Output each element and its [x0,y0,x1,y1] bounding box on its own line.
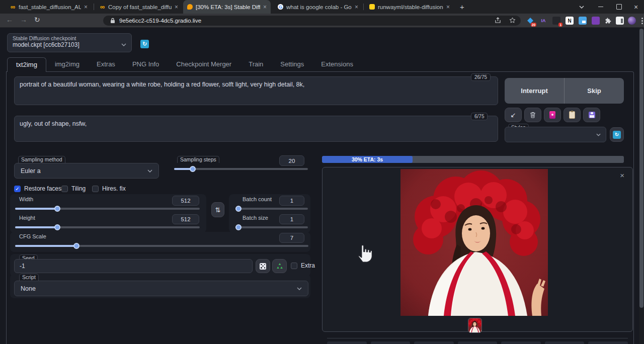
extension-icon-ia[interactable]: IA [539,17,547,25]
tab-train[interactable]: Train [240,57,272,72]
apply-styles-button[interactable] [564,108,581,122]
checkpoint-value: model.ckpt [cc6cb27103] [13,41,121,48]
reuse-seed-button[interactable] [272,259,287,273]
width-slider[interactable] [15,206,200,212]
reload-icon[interactable]: ↻ [34,16,40,24]
gradio-page: Stable Diffusion checkpoint model.ckpt [… [0,28,644,344]
paste-generation-params-button[interactable]: ↙ [505,108,522,122]
close-preview-icon[interactable]: × [620,171,624,179]
tab-search-chevron-icon[interactable] [576,0,588,14]
extension-icon-capture[interactable] [579,17,587,25]
tab-title: Copy of fast_stable_diffusion_A [108,4,172,10]
sidebar-icon[interactable] [616,17,624,25]
styles-dropdown[interactable] [505,127,606,142]
extension-icon-purple[interactable] [592,17,600,25]
output-button-stub[interactable] [414,341,454,344]
window-close-button[interactable]: × [630,0,642,14]
browser-tab-colab-1[interactable]: ∞ fast_stable_diffusion_AUTOMA × [6,0,92,14]
batch-count-slider[interactable] [235,206,308,212]
extra-label: Extra [301,262,315,269]
extension-badge: 1 [558,23,562,27]
cfg-scale-slider[interactable] [15,243,308,249]
progress-text: 30% ETA: 3s [322,156,413,163]
page-scrollbar[interactable] [639,28,644,344]
extension-icon-notion[interactable]: N [566,17,574,25]
height-input[interactable]: 512 [172,214,199,224]
sampling-steps-slider[interactable] [174,166,308,172]
new-tab-button[interactable]: + [460,3,464,11]
extension-icon-dark[interactable]: 1 [552,17,560,25]
output-button-stub[interactable] [501,341,541,344]
bookmark-star-icon[interactable] [509,17,516,25]
scrollbar-thumb[interactable] [639,29,643,308]
browser-tab-stable-diffusion[interactable]: [30% ETA: 3s] Stable Diffusion × [183,0,271,14]
close-icon[interactable]: × [446,4,450,10]
sampling-steps-input[interactable]: 20 [279,155,304,166]
extra-seed-checkbox[interactable]: Extra [291,262,315,269]
close-icon[interactable]: × [84,4,88,10]
output-button-stub[interactable] [588,341,628,344]
skip-button[interactable]: Skip [565,78,624,104]
tab-title: runwayml/stable-diffusion-v1 [378,4,443,10]
negative-prompt-textarea[interactable]: ugly, out of shape, nsfw, [14,116,498,142]
browser-tab-colab-2[interactable]: ∞ Copy of fast_stable_diffusion_A × [96,0,182,14]
prompt-textarea[interactable]: portrait of a beautiful woman, wearing a… [14,76,498,105]
output-button-stub[interactable] [458,341,498,344]
random-seed-button[interactable] [256,259,270,273]
output-button-stub[interactable] [327,341,367,344]
restore-faces-checkbox[interactable]: ✓ Restore faces [14,185,61,192]
hires-fix-checkbox[interactable]: Hires. fix [92,185,126,192]
checkpoint-dropdown[interactable]: Stable Diffusion checkpoint model.ckpt [… [7,33,132,52]
gallery-thumbnail[interactable] [468,318,481,332]
sampling-method-dropdown[interactable]: Euler a [14,163,159,179]
clear-prompt-button[interactable] [524,108,541,122]
swap-dimensions-button[interactable]: ⇅ [211,202,224,217]
window-maximize-button[interactable] [613,0,625,14]
extension-icon-blue[interactable]: 20 [526,17,534,25]
batch-count-input[interactable]: 1 [279,196,304,206]
height-slider[interactable] [15,224,200,230]
browser-window: ∞ fast_stable_diffusion_AUTOMA × ∞ Copy … [0,0,644,344]
negative-token-counter: 6/75 [471,113,488,120]
tiling-label: Tiling [71,185,86,192]
script-label: Script [19,274,39,281]
swap-icon: ⇅ [215,206,221,214]
styles-refresh-button[interactable]: ↻ [610,127,624,142]
save-style-button[interactable] [583,108,600,122]
browser-tab-huggingface[interactable]: runwayml/stable-diffusion-v1 × [365,0,454,14]
forward-icon[interactable]: → [20,16,27,24]
output-button-stub[interactable] [371,341,411,344]
checkpoint-refresh-button[interactable]: ↻ [140,40,149,48]
address-bar[interactable]: 9e5e6cc2-c519-4dc5.gradio.live [103,16,521,26]
browser-tab-google-search[interactable]: G what is google colab - Googl × [274,0,362,14]
generated-image[interactable] [400,169,548,316]
profile-avatar[interactable] [628,17,636,25]
close-icon[interactable]: × [263,4,267,10]
width-input[interactable]: 512 [172,196,199,206]
tab-png-info[interactable]: PNG Info [124,57,168,72]
menu-dots-icon[interactable] [638,17,644,25]
output-button-stub[interactable] [545,341,585,344]
back-icon[interactable]: ← [6,16,13,24]
generate-button-group: Interrupt Skip [505,78,624,104]
tab-extras[interactable]: Extras [88,57,124,72]
cfg-scale-input[interactable]: 7 [279,233,304,243]
tab-extensions[interactable]: Extensions [312,57,362,72]
tab-checkpoint-merger[interactable]: Checkpoint Merger [168,57,240,72]
tiling-checkbox[interactable]: Tiling [61,185,86,192]
share-icon[interactable] [495,17,501,25]
interrupt-button[interactable]: Interrupt [505,78,565,104]
batch-size-input[interactable]: 1 [279,214,304,224]
script-dropdown[interactable]: None [14,281,308,296]
extensions-puzzle-icon[interactable] [604,17,612,25]
tab-txt2img[interactable]: txt2img [7,57,46,72]
lock-icon[interactable] [110,18,115,24]
seed-input[interactable]: -1 [14,259,253,273]
tab-img2img[interactable]: img2img [46,57,88,72]
batch-size-slider[interactable] [235,224,308,230]
extra-networks-button[interactable] [544,108,561,122]
tab-settings[interactable]: Settings [272,57,312,72]
window-minimize-button[interactable] [595,0,607,14]
close-icon[interactable]: × [355,4,358,10]
close-icon[interactable]: × [175,4,178,10]
